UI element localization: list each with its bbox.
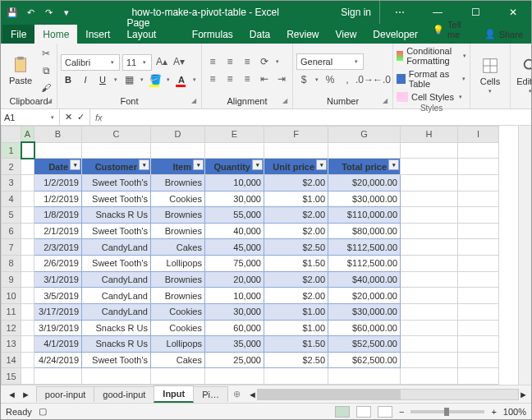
col-header[interactable]: I [458, 127, 499, 143]
cell[interactable]: Brownies [151, 223, 205, 239]
accounting-icon[interactable]: $ [296, 72, 311, 87]
sheet-tab[interactable]: Pi… [193, 386, 228, 402]
row-header[interactable]: 1 [2, 142, 21, 159]
col-header[interactable]: F [264, 127, 328, 143]
format-as-table-button[interactable]: Format as Table▾ [397, 68, 466, 90]
undo-icon[interactable]: ↶ [24, 6, 37, 19]
decrease-decimal-icon[interactable]: ←.0 [374, 72, 389, 87]
cell[interactable]: $40,000.00 [328, 271, 401, 288]
sheet-nav-next-icon[interactable]: ► [21, 390, 30, 399]
tab-home[interactable]: Home [34, 25, 77, 44]
number-format-select[interactable]: General▾ [296, 53, 364, 70]
cell[interactable]: $2.00 [264, 223, 328, 239]
paste-button[interactable]: Paste [4, 56, 37, 85]
tab-file[interactable]: File [2, 25, 34, 44]
tab-formulas[interactable]: Formulas [184, 25, 241, 44]
horizontal-scrollbar[interactable]: ◄► [245, 389, 531, 400]
copy-icon[interactable]: ⧉ [39, 63, 53, 78]
increase-decimal-icon[interactable]: .0→ [357, 72, 372, 87]
close-button[interactable]: ✕ [495, 1, 531, 24]
row-header[interactable]: 3 [2, 174, 21, 191]
cell[interactable]: $52,500.00 [328, 336, 401, 353]
cell[interactable]: Brownies [151, 271, 205, 288]
alignment-dialog-icon[interactable]: ◢ [282, 97, 287, 104]
cell[interactable]: CandyLand [82, 239, 151, 256]
format-painter-icon[interactable]: 🖌 [39, 81, 53, 95]
cell[interactable]: 3/5/2019 [34, 288, 82, 304]
cell[interactable]: 55,000 [205, 207, 264, 224]
align-bottom-icon[interactable]: ≡ [240, 54, 255, 69]
cut-icon[interactable]: ✂ [39, 46, 53, 61]
sign-in-link[interactable]: Sign in [332, 1, 380, 24]
row-header[interactable]: 7 [2, 239, 21, 256]
sheet-tab[interactable]: poor-input [36, 386, 95, 402]
font-name-select[interactable]: Calibri▾ [61, 54, 120, 71]
cell[interactable]: Sweet Tooth's [82, 256, 151, 272]
cell[interactable]: $2.00 [264, 271, 328, 288]
cell[interactable]: Brownies [151, 207, 205, 224]
col-header[interactable]: E [205, 127, 264, 143]
cell[interactable]: 1/2/2019 [34, 191, 82, 207]
cell[interactable]: Lollipops [151, 336, 205, 353]
number-dialog-icon[interactable]: ◢ [383, 97, 388, 104]
table-header[interactable]: Date▾ [34, 159, 82, 175]
cell[interactable]: 20,000 [205, 271, 264, 288]
cell[interactable]: CandyLand [82, 271, 151, 288]
filter-icon[interactable]: ▾ [252, 159, 263, 170]
tab-page-layout[interactable]: Page Layout [118, 13, 183, 44]
cell[interactable]: 40,000 [205, 223, 264, 239]
tab-view[interactable]: View [328, 25, 365, 44]
cells-button[interactable]: Cells▾ [474, 57, 507, 95]
cell[interactable]: $30,000.00 [328, 303, 401, 320]
cell[interactable]: $2.00 [264, 288, 328, 304]
filter-icon[interactable]: ▾ [193, 159, 204, 170]
row-header[interactable]: 14 [2, 352, 21, 368]
align-top-icon[interactable]: ≡ [205, 54, 220, 69]
border-icon[interactable]: ▦ [122, 72, 136, 87]
filter-icon[interactable]: ▾ [139, 159, 149, 170]
cell[interactable]: Cakes [151, 352, 205, 368]
cell[interactable]: $20,000.00 [328, 288, 401, 304]
italic-icon[interactable]: I [78, 72, 93, 87]
col-header[interactable]: D [151, 127, 205, 143]
page-break-view-icon[interactable] [378, 406, 392, 418]
cell[interactable]: $112,500.00 [328, 239, 401, 256]
cell[interactable]: Cookies [151, 191, 205, 207]
save-icon[interactable]: 💾 [6, 6, 19, 19]
filter-icon[interactable]: ▾ [70, 159, 80, 170]
cell[interactable]: 1/8/2019 [34, 207, 82, 224]
ribbon-options-icon[interactable]: ⋯ [382, 1, 418, 24]
table-header[interactable]: Total price▾ [328, 159, 401, 175]
cell[interactable]: 2/3/2019 [34, 239, 82, 256]
font-color-icon[interactable]: A [174, 72, 189, 87]
cell[interactable]: 60,000 [205, 320, 264, 336]
align-middle-icon[interactable]: ≡ [222, 54, 237, 69]
cell[interactable]: $30,000.00 [328, 191, 401, 207]
enter-formula-icon[interactable]: ✓ [77, 112, 85, 122]
page-layout-view-icon[interactable] [356, 406, 371, 418]
row-header[interactable]: 8 [2, 256, 21, 272]
cell-styles-button[interactable]: Cell Styles▾ [397, 91, 466, 103]
row-header[interactable]: 2 [2, 159, 21, 175]
col-header[interactable]: C [82, 127, 151, 143]
cell[interactable]: Snacks R Us [82, 336, 151, 353]
indent-decrease-icon[interactable]: ⇤ [257, 72, 272, 86]
cell[interactable]: 30,000 [205, 303, 264, 320]
tab-review[interactable]: Review [278, 25, 327, 44]
cell[interactable]: Lollipops [151, 256, 205, 272]
cell[interactable]: 4/24/2019 [34, 352, 82, 368]
cell[interactable]: CandyLand [82, 303, 151, 320]
row-header[interactable]: 6 [2, 223, 21, 239]
col-header[interactable]: B [34, 127, 82, 143]
sheet-nav-prev-icon[interactable]: ◄ [7, 390, 16, 399]
cell[interactable]: 25,000 [205, 352, 264, 368]
row-header[interactable]: 9 [2, 271, 21, 288]
tab-insert[interactable]: Insert [77, 25, 118, 44]
cell[interactable]: 30,000 [205, 191, 264, 207]
cell[interactable]: $1.00 [264, 191, 328, 207]
cell[interactable]: 10,000 [205, 288, 264, 304]
cell[interactable]: 35,000 [205, 336, 264, 353]
comma-icon[interactable]: , [340, 72, 355, 87]
cell[interactable]: 3/1/2019 [34, 271, 82, 288]
fx-icon[interactable]: fx [90, 109, 108, 125]
